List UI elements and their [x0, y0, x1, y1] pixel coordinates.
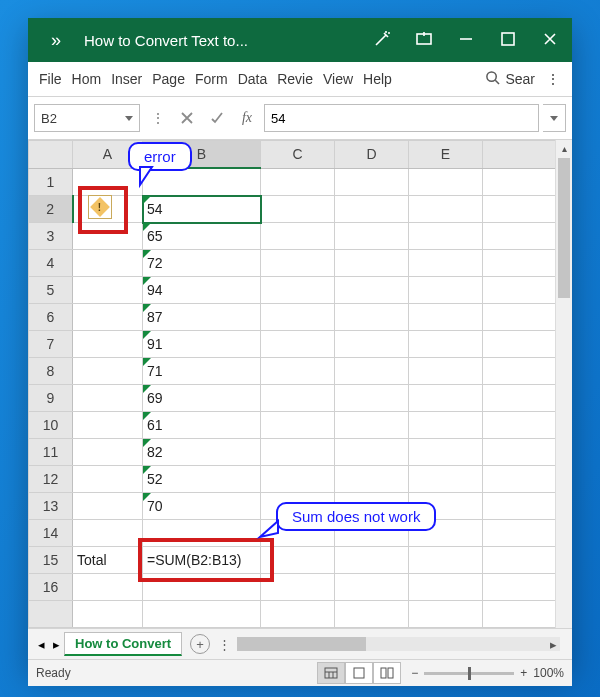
row-header[interactable]: 3 — [29, 223, 73, 250]
cell[interactable] — [409, 601, 483, 628]
name-box-options[interactable]: ⋮ — [144, 105, 170, 131]
zoom-out-button[interactable]: − — [411, 666, 418, 680]
select-all-triangle[interactable] — [29, 141, 73, 169]
zoom-slider[interactable] — [424, 672, 514, 675]
row-header[interactable]: 10 — [29, 412, 73, 439]
cell[interactable] — [73, 250, 143, 277]
cell[interactable] — [335, 304, 409, 331]
cell[interactable] — [335, 574, 409, 601]
zoom-in-button[interactable]: + — [520, 666, 527, 680]
cell[interactable]: 52 — [143, 466, 261, 493]
cell[interactable]: 94 — [143, 277, 261, 304]
new-sheet-button[interactable]: + — [190, 634, 210, 654]
cell[interactable] — [409, 466, 483, 493]
tab-formulas[interactable]: Form — [190, 71, 233, 87]
cell[interactable] — [143, 601, 261, 628]
tab-data[interactable]: Data — [233, 71, 273, 87]
wand-icon[interactable] — [374, 31, 390, 50]
chevron-down-icon[interactable] — [125, 116, 133, 121]
cell[interactable] — [73, 466, 143, 493]
tab-options-icon[interactable]: ⋮ — [218, 637, 231, 652]
tab-nav-left[interactable]: ◂ — [34, 637, 49, 652]
col-header-B[interactable]: B — [143, 141, 261, 169]
cell[interactable] — [409, 168, 483, 196]
cell[interactable] — [335, 385, 409, 412]
cell[interactable] — [73, 304, 143, 331]
cell[interactable] — [261, 493, 335, 520]
cell[interactable] — [409, 304, 483, 331]
close-button[interactable] — [542, 31, 558, 50]
scroll-thumb[interactable] — [237, 637, 366, 651]
cell[interactable] — [335, 223, 409, 250]
cell[interactable] — [261, 547, 335, 574]
scroll-thumb[interactable] — [558, 158, 570, 298]
tab-review[interactable]: Revie — [272, 71, 318, 87]
page-break-view-button[interactable] — [373, 662, 401, 684]
ribbon-display-icon[interactable] — [416, 31, 432, 50]
col-header-D[interactable]: D — [335, 141, 409, 169]
cell[interactable] — [261, 520, 335, 547]
cell[interactable]: 65 — [143, 223, 261, 250]
cell[interactable] — [409, 223, 483, 250]
name-box[interactable]: B2 — [34, 104, 140, 132]
cell[interactable] — [261, 439, 335, 466]
maximize-button[interactable] — [500, 31, 516, 50]
cell[interactable] — [335, 168, 409, 196]
search-label[interactable]: Sear — [500, 71, 540, 87]
cell[interactable] — [335, 250, 409, 277]
search-icon[interactable] — [485, 70, 500, 88]
cell[interactable] — [409, 493, 483, 520]
cell[interactable] — [261, 304, 335, 331]
sheet-tab-active[interactable]: How to Convert — [64, 632, 182, 656]
enter-formula-icon[interactable] — [204, 105, 230, 131]
cell[interactable] — [73, 439, 143, 466]
cell[interactable] — [409, 277, 483, 304]
cell[interactable] — [73, 168, 143, 196]
cell[interactable] — [335, 358, 409, 385]
cell[interactable]: 82 — [143, 439, 261, 466]
row-header[interactable]: 4 — [29, 250, 73, 277]
row-header[interactable]: 8 — [29, 358, 73, 385]
cell[interactable]: 70 — [143, 493, 261, 520]
cell[interactable] — [409, 358, 483, 385]
cell[interactable] — [261, 331, 335, 358]
col-header-E[interactable]: E — [409, 141, 483, 169]
tab-help[interactable]: Help — [358, 71, 397, 87]
insert-function-icon[interactable]: fx — [234, 105, 260, 131]
cell[interactable] — [409, 250, 483, 277]
scroll-up-icon[interactable]: ▴ — [556, 140, 572, 156]
horizontal-scrollbar[interactable]: ◂ ▸ — [237, 637, 560, 651]
cell[interactable] — [73, 385, 143, 412]
cell[interactable] — [335, 331, 409, 358]
title-bar[interactable]: » How to Convert Text to... — [28, 18, 572, 62]
row-header[interactable]: 15 — [29, 547, 73, 574]
cell[interactable] — [409, 574, 483, 601]
row-header[interactable]: 6 — [29, 304, 73, 331]
row-header[interactable]: 13 — [29, 493, 73, 520]
tab-nav-right[interactable]: ▸ — [49, 637, 64, 652]
cell[interactable]: 71 — [143, 358, 261, 385]
cell[interactable] — [261, 223, 335, 250]
quick-access-overflow[interactable]: » — [28, 30, 84, 51]
cancel-formula-icon[interactable] — [174, 105, 200, 131]
cell[interactable] — [409, 520, 483, 547]
cell[interactable] — [143, 574, 261, 601]
cell[interactable] — [409, 196, 483, 223]
cell[interactable]: 72 — [143, 250, 261, 277]
row-header[interactable]: 16 — [29, 574, 73, 601]
cell[interactable] — [73, 277, 143, 304]
cell[interactable] — [335, 493, 409, 520]
cell[interactable] — [261, 250, 335, 277]
cell[interactable] — [409, 412, 483, 439]
cell[interactable] — [261, 412, 335, 439]
row-header[interactable]: 7 — [29, 331, 73, 358]
formula-input[interactable]: 54 — [264, 104, 539, 132]
tab-file[interactable]: File — [34, 71, 67, 87]
cell[interactable] — [335, 439, 409, 466]
cell[interactable] — [261, 466, 335, 493]
cell[interactable] — [261, 168, 335, 196]
cell[interactable] — [73, 223, 143, 250]
cell[interactable] — [335, 601, 409, 628]
error-indicator-icon[interactable]: ! — [88, 195, 112, 219]
row-header[interactable] — [29, 601, 73, 628]
